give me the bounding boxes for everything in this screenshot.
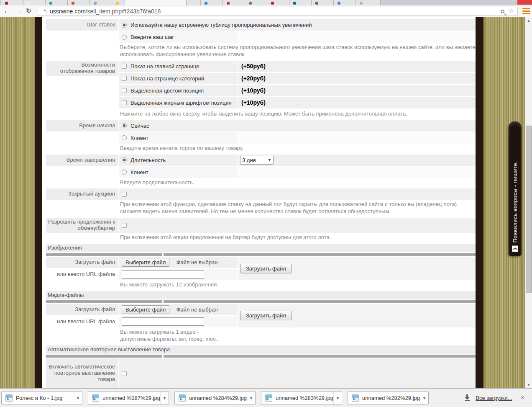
browser-window: ← → ↻ ussrwine.com/sell_item.php#f243b76… (0, 0, 532, 407)
checkbox-icon[interactable] (122, 371, 127, 376)
chevron-down-icon[interactable]: ▼ (74, 392, 82, 404)
page-icon (42, 9, 46, 14)
radio-selected-icon[interactable] (122, 123, 127, 128)
form-row-end-time: Время завершения Длительность 3 дня ▼ (46, 155, 476, 166)
checkbox-icon[interactable] (122, 100, 127, 105)
upload-file-button[interactable]: Загрузить файл (240, 311, 292, 320)
scrollbar-thumb[interactable] (526, 126, 532, 293)
url-text[interactable]: ussrwine.com/sell_item.php#f243b76fa018 (50, 8, 161, 15)
address-bar[interactable]: ussrwine.com/sell_item.php#f243b76fa018 … (38, 7, 518, 16)
upload-file-button[interactable]: Загрузить файл (240, 264, 292, 273)
chevron-down-icon[interactable]: ▼ (333, 392, 342, 404)
bid-step-help: Выберите, хотите ли вы использовать сист… (120, 44, 476, 58)
menu-icon[interactable] (522, 8, 530, 15)
end-time-option-duration[interactable]: Длительность (119, 155, 238, 166)
browser-tab[interactable] (23, 0, 48, 5)
search-icon[interactable] (501, 10, 504, 13)
download-item[interactable]: unnamed %287%29.jpg ▼ (88, 391, 169, 405)
tab-favicon-icon (5, 2, 8, 5)
choose-file-button[interactable]: Выберите файл (122, 258, 169, 267)
form-row-private-auction: Закрытый аукцион (46, 188, 476, 200)
checkbox-icon[interactable] (122, 76, 127, 81)
feature-option-row[interactable]: Выделенная жирным шрифтом позиция (+10ру… (119, 97, 476, 108)
browser-tab[interactable] (267, 0, 292, 5)
feature-option-row[interactable]: Показ на странице категорий (+20руб) (119, 73, 476, 84)
checkbox-icon[interactable] (122, 88, 127, 93)
tab-favicon-icon (271, 2, 274, 5)
reload-icon[interactable]: ↻ (26, 6, 31, 15)
browser-tab[interactable] (356, 0, 381, 5)
show-all-downloads-link[interactable]: Все загрузки... (476, 395, 512, 401)
media-file-input[interactable]: Выберите файл Файл не выбран (119, 304, 238, 315)
duration-select-value: 3 дня (242, 157, 256, 163)
display-feature-options: Показ на главной странице (+50руб) Показ… (119, 61, 476, 109)
browser-tab[interactable] (245, 0, 270, 5)
download-filename: unnamed %282%29.jpg (362, 395, 420, 401)
browser-tab[interactable] (90, 0, 115, 5)
barter-option[interactable] (119, 218, 476, 233)
radio-icon[interactable] (122, 170, 127, 175)
browser-tab[interactable] (333, 0, 358, 5)
forward-icon[interactable]: → (15, 6, 22, 15)
radio-selected-icon[interactable] (122, 23, 127, 28)
images-upload-block: Загрузить файл Выберите файл Файл не выб… (46, 257, 476, 280)
scroll-up-icon[interactable]: ▲ (525, 17, 532, 24)
images-url-input[interactable] (122, 270, 204, 279)
browser-tab[interactable] (289, 0, 314, 5)
download-item[interactable]: Ролекс и Ко - 1.jpg ▼ (1, 391, 82, 405)
tab-favicon-icon (293, 2, 296, 5)
radio-icon[interactable] (122, 35, 127, 40)
chevron-down-icon[interactable]: ▼ (420, 392, 428, 404)
start-time-option-now[interactable]: Сейчас (119, 120, 476, 131)
radio-selected-icon[interactable] (122, 157, 127, 162)
questions-ribbon[interactable]: ❯ Появились вопросы - пишите. (509, 121, 522, 256)
field-label-relist: Включить автоматическое повторное выстав… (46, 358, 118, 388)
url-path: /sell_item.php#f243b76fa018 (86, 8, 161, 15)
end-time-help: Введите продолжительность. (120, 179, 476, 186)
media-url-input[interactable] (122, 317, 204, 326)
sell-item-form: Шаг ставок Используйте нашу встроенную т… (42, 17, 476, 388)
scrollbar[interactable]: ▲ ▼ (525, 17, 532, 388)
feature-option-row[interactable]: Выделенная цветом позиция (+10руб) (119, 85, 476, 96)
end-time-option-client[interactable]: Клиент (119, 167, 238, 178)
bid-step-option-2[interactable]: Введите ваш шаг (119, 31, 238, 43)
end-time-duration-label: Длительность (130, 157, 166, 163)
feature-option-row[interactable]: Показ на главной странице (+50руб) (119, 61, 476, 72)
browser-tab[interactable] (200, 0, 225, 5)
download-filename: unnamed %283%29.jpg (276, 395, 333, 401)
close-icon[interactable]: × (518, 394, 527, 401)
scroll-down-icon[interactable]: ▼ (525, 381, 532, 388)
checkbox-icon[interactable] (122, 192, 127, 197)
browser-tab[interactable] (1, 0, 26, 5)
browser-tab[interactable] (67, 0, 92, 5)
back-icon[interactable]: ← (3, 6, 10, 15)
media-submit-cell: Загрузить файл (238, 304, 476, 327)
image-file-icon (352, 394, 359, 402)
start-time-option-client[interactable]: Клиент (119, 132, 238, 144)
image-file-icon (179, 394, 186, 402)
download-item[interactable]: unnamed %283%29.jpg ▼ (261, 391, 342, 405)
download-filename: Ролекс и Ко - 1.jpg (16, 395, 74, 401)
section-divider (46, 253, 476, 256)
download-item[interactable]: unnamed %284%29.jpg ▼ (174, 391, 256, 405)
checkbox-icon[interactable] (122, 223, 127, 228)
private-auction-option[interactable] (119, 188, 476, 200)
download-item[interactable]: unnamed %282%29.jpg ▼ (348, 391, 429, 405)
chevron-down-icon[interactable]: ▼ (247, 392, 255, 404)
tab-favicon-icon (27, 2, 30, 5)
active-tab[interactable] (125, 0, 187, 5)
checkbox-icon[interactable] (122, 64, 127, 69)
choose-file-button[interactable]: Выберите файл (122, 305, 169, 314)
duration-select[interactable]: 3 дня ▼ (240, 156, 274, 165)
browser-tab[interactable] (45, 0, 70, 5)
bid-step-option-1[interactable]: Используйте нашу встроенную тублицу проп… (119, 19, 476, 31)
radio-icon[interactable] (122, 135, 127, 140)
browser-tab[interactable] (311, 0, 336, 5)
chevron-down-icon[interactable]: ▼ (160, 392, 169, 404)
browser-tab[interactable] (223, 0, 248, 5)
images-file-input[interactable]: Выберите файл Файл не выбран (119, 257, 238, 268)
window-close-button[interactable] (517, 0, 532, 5)
relist-option[interactable] (119, 358, 476, 388)
media-url-cell (119, 316, 238, 327)
bookmark-star-icon[interactable]: ☆ (508, 8, 514, 15)
